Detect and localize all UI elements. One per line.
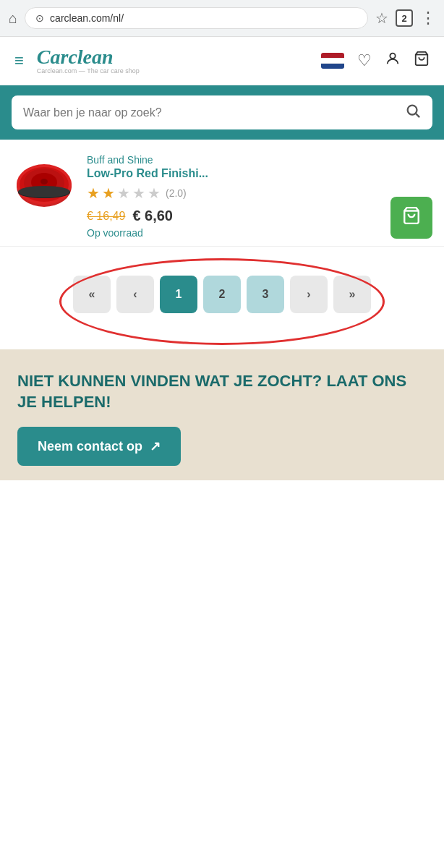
svg-point-9 (40, 179, 48, 184)
star-3: ★ (117, 184, 130, 202)
product-card: Buff and Shine Low-Pro Red Finishi... ★ … (12, 154, 432, 239)
flag-red (321, 53, 344, 58)
tab-badge[interactable]: 2 (396, 9, 413, 27)
add-to-cart-button[interactable] (390, 197, 432, 239)
star-1: ★ (87, 184, 100, 202)
hamburger-icon[interactable]: ≡ (14, 51, 24, 70)
pagination-page-2[interactable]: 2 (203, 276, 241, 313)
pagination-page-3[interactable]: 3 (247, 276, 284, 313)
wishlist-icon[interactable]: ♡ (357, 51, 372, 70)
cart-icon[interactable] (414, 51, 430, 71)
pagination-prev[interactable]: ‹ (116, 276, 154, 313)
logo[interactable]: Carclean Carclean.com — The car care sho… (37, 47, 140, 75)
rating-count: (2.0) (166, 187, 187, 199)
pagination-next[interactable]: › (290, 276, 328, 313)
header-right: ♡ (321, 51, 430, 71)
stock-status: Op voorraad (87, 227, 380, 239)
url-text: carclean.com/nl/ (50, 12, 124, 24)
search-bar-wrapper (0, 85, 444, 140)
browser-chrome: ⌂ ⊙ carclean.com/nl/ ☆ 2 ⋮ (0, 0, 444, 37)
account-icon[interactable] (385, 51, 401, 71)
flag-blue (321, 64, 344, 69)
svg-line-3 (416, 114, 419, 117)
pagination-controls: « ‹ 1 2 3 › » (73, 268, 371, 320)
site-header: ≡ Carclean Carclean.com — The car care s… (0, 37, 444, 85)
product-section: Buff and Shine Low-Pro Red Finishi... ★ … (0, 140, 444, 247)
bookmark-icon[interactable]: ☆ (375, 9, 388, 27)
svg-point-11 (18, 186, 70, 197)
search-icon[interactable] (405, 103, 421, 122)
price-old: € 16,49 (87, 210, 125, 223)
footer-cta-title: NIET KUNNEN VINDEN WAT JE ZOCHT? LAAT ON… (17, 371, 427, 412)
browser-menu-icon[interactable]: ⋮ (420, 9, 435, 27)
header-left: ≡ Carclean Carclean.com — The car care s… (14, 47, 140, 75)
footer-cta: NIET KUNNEN VINDEN WAT JE ZOCHT? LAAT ON… (0, 349, 444, 480)
pagination-page-1[interactable]: 1 (160, 276, 197, 313)
star-2: ★ (102, 184, 115, 202)
address-bar[interactable]: ⊙ carclean.com/nl/ (25, 7, 368, 29)
star-4: ★ (132, 184, 145, 202)
product-image[interactable] (12, 154, 77, 212)
logo-sub: Carclean.com — The car care shop (37, 67, 140, 75)
pagination-section: « ‹ 1 2 3 › » (0, 247, 444, 335)
logo-text: Carclean (37, 46, 114, 68)
pagination-last[interactable]: » (333, 276, 371, 313)
star-rating: ★ ★ ★ ★ ★ (2.0) (87, 184, 380, 202)
contact-arrow-icon: ↗ (150, 438, 161, 454)
pagination-first[interactable]: « (73, 276, 111, 313)
product-info: Buff and Shine Low-Pro Red Finishi... ★ … (87, 154, 380, 239)
price-new: € 6,60 (132, 208, 173, 224)
svg-point-2 (408, 106, 417, 115)
search-bar (12, 95, 432, 129)
language-flag[interactable] (321, 53, 344, 69)
svg-point-0 (390, 54, 395, 59)
contact-btn-label: Neem contact op (38, 439, 142, 454)
flag-white (321, 58, 344, 64)
price-row: € 16,49 € 6,60 (87, 208, 380, 224)
search-input[interactable] (23, 106, 398, 119)
contact-button[interactable]: Neem contact op ↗ (17, 427, 181, 466)
cart-button-icon (402, 206, 421, 229)
star-5: ★ (148, 184, 161, 202)
product-brand: Buff and Shine (87, 154, 380, 166)
home-icon[interactable]: ⌂ (9, 10, 17, 27)
product-title[interactable]: Low-Pro Red Finishi... (87, 167, 380, 180)
address-icon: ⊙ (35, 12, 44, 24)
